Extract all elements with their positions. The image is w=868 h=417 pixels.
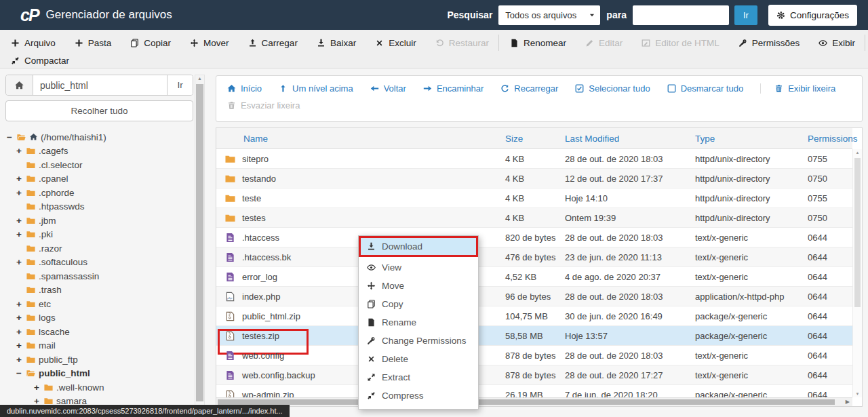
home-button[interactable] — [6, 75, 33, 95]
context-menu-item[interactable]: Copy — [359, 295, 478, 313]
tree-item[interactable]: + public_ftp — [5, 353, 193, 367]
tree-item[interactable]: + logs — [5, 311, 193, 325]
table-vertical-scrollbar[interactable]: ▲ ▼ — [852, 149, 862, 397]
context-menu-item[interactable]: Rename — [359, 313, 478, 332]
toolbar-button[interactable]: Carregar — [239, 35, 307, 51]
toolbar-button[interactable]: Compactar — [1, 52, 79, 68]
table-row[interactable]: public_html.zip 104,75 MB 30 de jun. de … — [216, 306, 852, 326]
table-row[interactable]: index.php 96 de bytes 28 de out. de 2020… — [216, 287, 852, 306]
context-menu-item[interactable]: Delete — [359, 350, 478, 368]
table-row[interactable]: sitepro 4 KB 28 de out. de 2020 18:03 ht… — [216, 149, 852, 169]
table-row[interactable]: .htaccess 820 de bytes 28 de out. de 202… — [216, 228, 852, 247]
browser-action[interactable]: Voltar — [370, 83, 423, 94]
column-header-last-modified[interactable]: Last Modified — [565, 134, 695, 144]
settings-button[interactable]: Configurações — [768, 5, 857, 26]
table-row[interactable]: error_log 4,52 KB 4 de ago. de 2020 20:3… — [216, 267, 852, 287]
toolbar-button[interactable]: Baixar — [307, 35, 366, 51]
tree-item[interactable]: + .cagefs — [5, 144, 193, 159]
tree-item[interactable]: + .cphorde — [5, 186, 193, 200]
table-row[interactable]: web.config.backup 878 de bytes 28 de out… — [216, 365, 852, 385]
browser-action[interactable]: Exibir lixeira — [760, 83, 852, 94]
toolbar-button[interactable]: Renomear — [500, 35, 576, 51]
browser-action[interactable]: Um nível acima — [279, 83, 370, 94]
collapse-all-button[interactable]: Recolher tudo — [5, 100, 193, 121]
toolbar-button[interactable]: Mover — [180, 35, 239, 51]
browser-action[interactable]: Recarregar — [500, 83, 575, 94]
tree-item[interactable]: − public_html — [5, 367, 193, 381]
table-row[interactable]: testes 4 KB Ontem 19:39 httpd/unix-direc… — [216, 208, 852, 228]
toolbar-button[interactable]: Pasta — [65, 35, 121, 51]
column-header-name[interactable]: Name — [216, 134, 505, 144]
tree-item[interactable]: + .jbm — [5, 214, 193, 228]
tree-toggle[interactable]: − — [5, 132, 14, 142]
toolbar-button[interactable]: Restaurar — [426, 35, 499, 51]
tree-toggle[interactable]: + — [15, 313, 23, 323]
scroll-up-arrow[interactable]: ▲ — [195, 76, 204, 81]
tree-toggle[interactable]: + — [33, 382, 41, 393]
tree-item[interactable]: .razor — [5, 241, 193, 256]
tree-item[interactable]: + .pki — [5, 228, 193, 242]
browser-action[interactable]: Encaminhar — [423, 83, 500, 94]
scroll-down-arrow[interactable]: ▼ — [853, 392, 862, 396]
tree-toggle[interactable]: + — [15, 327, 23, 337]
search-scope-select[interactable]: Todos os arquivos — [498, 5, 600, 25]
search-go-button[interactable]: Ir — [734, 5, 757, 25]
tree-item[interactable]: + mail — [5, 339, 193, 353]
context-menu-item[interactable]: Extract — [359, 368, 478, 386]
toolbar-button[interactable]: Exibir — [809, 35, 865, 51]
context-menu-item[interactable]: Download — [359, 236, 478, 257]
tree-toggle[interactable]: + — [15, 299, 23, 309]
scrollbar-thumb[interactable] — [218, 399, 835, 405]
tree-item[interactable]: + lscache — [5, 325, 193, 339]
tree-item[interactable]: + .cpanel — [5, 172, 193, 186]
toolbar-button[interactable]: Excluir — [366, 35, 426, 51]
search-input[interactable] — [633, 5, 729, 25]
tree-item[interactable]: + .well-known — [5, 380, 193, 395]
browser-action[interactable]: Esvaziar lixeira — [227, 100, 317, 111]
column-header-permissions[interactable]: Permissions — [808, 134, 852, 144]
scroll-up-arrow[interactable]: ▲ — [853, 151, 862, 155]
tree-toggle[interactable]: + — [15, 146, 23, 156]
tree-item[interactable]: .trash — [5, 283, 193, 298]
tree-toggle[interactable]: + — [15, 257, 23, 267]
toolbar-button[interactable]: Editor de HTML — [632, 35, 729, 51]
scrollbar-thumb[interactable] — [854, 158, 861, 307]
table-row[interactable]: teste 4 KB Hoje 14:10 httpd/unix-directo… — [216, 188, 852, 208]
table-row[interactable]: .htaccess.bk 476 de bytes 23 de jun. de … — [216, 247, 852, 267]
toolbar-button[interactable]: Arquivo — [1, 35, 65, 51]
path-go-button[interactable]: Ir — [167, 75, 193, 95]
tree-item[interactable]: − (/home/thaishi1) — [5, 130, 193, 144]
scrollbar-thumb[interactable] — [196, 84, 203, 401]
tree-item[interactable]: .spamassassin — [5, 269, 193, 283]
tree-item[interactable]: .cl.selector — [5, 158, 193, 172]
column-header-type[interactable]: Type — [695, 134, 808, 144]
context-menu-item[interactable]: Compress — [359, 386, 478, 405]
table-row[interactable]: web.config 878 de bytes 28 de out. de 20… — [216, 346, 852, 365]
browser-action[interactable]: Início — [227, 83, 279, 94]
tree-toggle[interactable]: − — [15, 368, 23, 378]
table-row[interactable]: testes.zip 58,58 MB Hoje 13:57 package/x… — [216, 326, 852, 346]
context-menu-item[interactable]: View — [359, 258, 478, 277]
toolbar-button[interactable]: Permissões — [729, 35, 810, 51]
tree-item[interactable]: + etc — [5, 297, 193, 311]
tree-toggle[interactable]: + — [15, 174, 23, 184]
tree-toggle[interactable]: + — [15, 216, 23, 226]
context-menu-item[interactable]: Move — [359, 277, 478, 295]
table-row[interactable]: testando 4 KB 12 de out. de 2020 17:37 h… — [216, 169, 852, 188]
toolbar-button[interactable]: Copiar — [121, 35, 180, 51]
sidebar-scrollbar[interactable]: ▲ — [195, 75, 205, 416]
tree-toggle[interactable]: + — [15, 340, 23, 351]
table-horizontal-scrollbar[interactable]: ▶ — [216, 397, 852, 406]
tree-toggle[interactable]: + — [15, 355, 23, 365]
browser-action[interactable]: Desmarcar tudo — [667, 83, 760, 94]
path-input[interactable] — [33, 75, 167, 95]
tree-toggle[interactable]: + — [15, 188, 23, 198]
tree-toggle[interactable]: + — [15, 229, 23, 239]
column-header-size[interactable]: Size — [505, 134, 565, 144]
tree-item[interactable]: + .softaculous — [5, 256, 193, 270]
tree-item[interactable]: .htpasswds — [5, 200, 193, 214]
browser-action[interactable]: Selecionar tudo — [575, 83, 667, 94]
toolbar-button[interactable]: Editar — [576, 35, 632, 51]
scroll-right-arrow[interactable]: ▶ — [846, 399, 850, 405]
context-menu-item[interactable]: Change Permissions — [359, 332, 478, 350]
